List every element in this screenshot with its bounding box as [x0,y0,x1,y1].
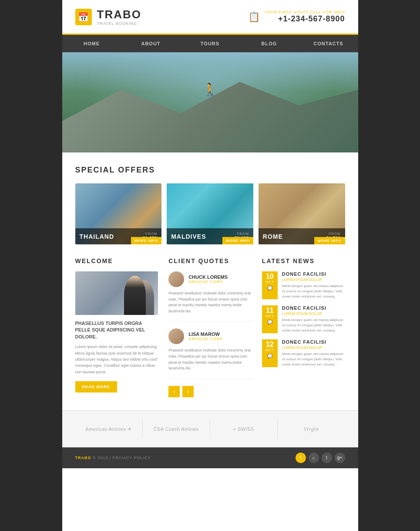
news-subtitle-1: LOREM IPSUM DOLOR [282,277,345,282]
rome-name: ROME [263,233,283,240]
airline-virgin: Virgin [278,419,345,439]
welcome-column: WELCOME PHASELLUS TURPIS ORGRA PELLE SQU… [75,257,158,397]
quote-item-1: CHUCK LOREMS GROOVE CORP Praesent vestib… [168,271,252,321]
news-date-1: 10 OCT 💬 [262,271,278,299]
read-more-button[interactable]: READ MORE [75,381,117,392]
page-wrapper: 📅 TRABO TRAVEL BOOKING 📋 YOUR FIRST VISI… [62,0,358,531]
special-offers-section: SPECIAL OFFERS THAILAND FROM $1.850 MORE… [62,152,358,257]
contact-label: YOUR FIRST VISIT? CALL FOR INFO [264,10,345,14]
nav-blog[interactable]: BLOG [240,35,299,52]
special-offers-title: SPECIAL OFFERS [75,166,345,175]
welcome-text: Lorem ipsum dolor sit amet, consete adip… [75,344,158,375]
quote-avatar-1 [168,271,184,287]
rome-more-info[interactable]: MORE INFO [314,237,345,244]
news-subtitle-2: LOREM IPSUM DOLOR [282,311,345,316]
comment-icon-3: 💬 [267,354,272,359]
footer-brand: TRABO [75,456,91,460]
offers-grid: THAILAND FROM $1.850 MORE INFO MALDIVES … [75,183,345,244]
quote-name-2: LISA MAROW [188,331,223,337]
quote-company-2: GROOVE CORP [188,337,223,341]
news-text-1: Morbi tempor quam vel massa adipiscin ut… [282,284,345,299]
social-rss[interactable]: ⌂ [309,453,319,463]
news-item-3: 12 OCT 💬 DONEC FACILISI LOREM IPSUM DOLO… [262,339,345,367]
main-nav: HOME ABOUT TOURS BLOG CONTACTS [62,35,358,52]
phone-icon: 📋 [248,11,260,23]
swiss-logo: + SWISS [233,426,254,432]
news-day-2: 11 [266,307,274,314]
news-column: LATEST NEWS 10 OCT 💬 DONEC FACILISI LORE… [262,257,345,397]
news-month-2: OCT [265,314,274,318]
nav-tours[interactable]: TOURS [181,35,240,52]
quote-header-2: LISA MAROW GROOVE CORP [168,328,252,344]
footer: TRABO © 2013 | PRIVACY POLICY f ⌂ t g+ [62,447,358,468]
airline-czech: ČSA Czech Airlines [143,419,210,439]
header: 📅 TRABO TRAVEL BOOKING 📋 YOUR FIRST VISI… [62,0,358,35]
quote-navigation: ‹ › [168,386,252,397]
maldives-from: FROM [234,232,249,236]
news-day-1: 10 [266,273,274,280]
news-date-3: 12 OCT 💬 [262,339,278,367]
welcome-image [75,271,158,315]
quote-next-button[interactable]: › [182,386,194,397]
quote-info-2: LISA MAROW GROOVE CORP [188,331,223,341]
quote-company-1: GROOVE CORP [188,280,228,284]
czech-airlines-logo: ČSA Czech Airlines [154,426,199,432]
footer-social: f ⌂ t g+ [296,453,345,463]
welcome-person [124,276,146,315]
comment-icon-1: 💬 [267,286,272,291]
phone-number[interactable]: +1-234-567-8900 [264,14,345,24]
thailand-more-info[interactable]: MORE INFO [131,237,161,244]
three-column-section: WELCOME PHASELLUS TURPIS ORGRA PELLE SQU… [62,257,358,410]
nav-home[interactable]: HOME [62,35,121,52]
logo-text-block: TRABO TRAVEL BOOKING [97,8,141,26]
news-text-3: Morbi temper quam vel massa adipiscin ut… [282,352,345,367]
american-airlines-logo: American Airlines ✈ [85,426,132,432]
thailand-from: FROM [143,232,158,236]
news-content-2: DONEC FACILISI LOREM IPSUM DOLOR Morbi t… [282,305,345,333]
footer-copyright-text: © 2013 | PRIVACY POLICY [93,456,151,460]
news-title-1: DONEC FACILISI [282,271,345,277]
quote-text-2: Praesent vestibulum molestie dolor nonum… [168,348,252,371]
maldives-name: MALDIVES [171,233,206,240]
logo-subtitle: TRAVEL BOOKING [97,21,141,26]
news-content-1: DONEC FACILISI LOREM IPSUM DOLOR Morbi t… [282,271,345,299]
quote-prev-button[interactable]: ‹ [168,386,180,397]
nav-about[interactable]: ABOUT [121,35,181,52]
maldives-more-info[interactable]: MORE INFO [222,237,253,244]
news-content-3: DONEC FACILISI LOREM IPSUM DOLOR Morbi t… [282,339,345,367]
social-google-plus[interactable]: g+ [335,453,345,463]
virgin-logo: Virgin [304,426,319,433]
quotes-title: CLIENT QUOTES [168,257,252,264]
news-title-3: DONEC FACILISI [282,339,345,345]
header-contact: 📋 YOUR FIRST VISIT? CALL FOR INFO +1-234… [248,10,345,24]
news-item-1: 10 OCT 💬 DONEC FACILISI LOREM IPSUM DOLO… [262,271,345,299]
logo-title: TRABO [97,8,141,21]
social-twitter[interactable]: t [322,453,332,463]
header-contact-text: YOUR FIRST VISIT? CALL FOR INFO +1-234-5… [264,10,345,24]
news-title-2: DONEC FACILISI [282,305,345,311]
quote-header-1: CHUCK LOREMS GROOVE CORP [168,271,252,287]
quote-avatar-2 [168,328,184,344]
offer-thailand[interactable]: THAILAND FROM $1.850 MORE INFO [75,183,162,244]
social-facebook[interactable]: f [296,453,306,463]
offer-maldives[interactable]: MALDIVES FROM $2.100 MORE INFO [167,183,253,244]
quote-item-2: LISA MAROW GROOVE CORP Praesent vestibul… [168,328,252,379]
news-date-2: 11 OCT 💬 [262,305,278,333]
news-item-2: 11 OCT 💬 DONEC FACILISI LOREM IPSUM DOLO… [262,305,345,333]
thailand-name: THAILAND [80,233,114,240]
airline-american: American Airlines ✈ [75,419,143,439]
news-day-3: 12 [266,341,274,348]
welcome-subtitle: PHASELLUS TURPIS ORGRA PELLE SQUE ADIPIS… [75,320,158,340]
airline-swiss: + SWISS [210,419,278,439]
nav-contacts[interactable]: CONTACTS [299,35,358,52]
news-title: LATEST NEWS [262,257,345,264]
welcome-title: WELCOME [75,257,158,264]
offer-rome[interactable]: ROME FROM $1.590 MORE INFO [259,183,345,244]
footer-copyright: TRABO © 2013 | PRIVACY POLICY [75,456,151,460]
quote-info-1: CHUCK LOREMS GROOVE CORP [188,274,228,284]
quotes-column: CLIENT QUOTES CHUCK LOREMS GROOVE CORP P… [168,257,252,397]
quote-text-1: Praesent vestibulum molestie dolor nonum… [168,291,252,314]
rome-from: FROM [326,232,341,236]
news-month-1: OCT [265,280,274,284]
news-subtitle-3: LOREM IPSUM DOLOR [282,345,345,350]
